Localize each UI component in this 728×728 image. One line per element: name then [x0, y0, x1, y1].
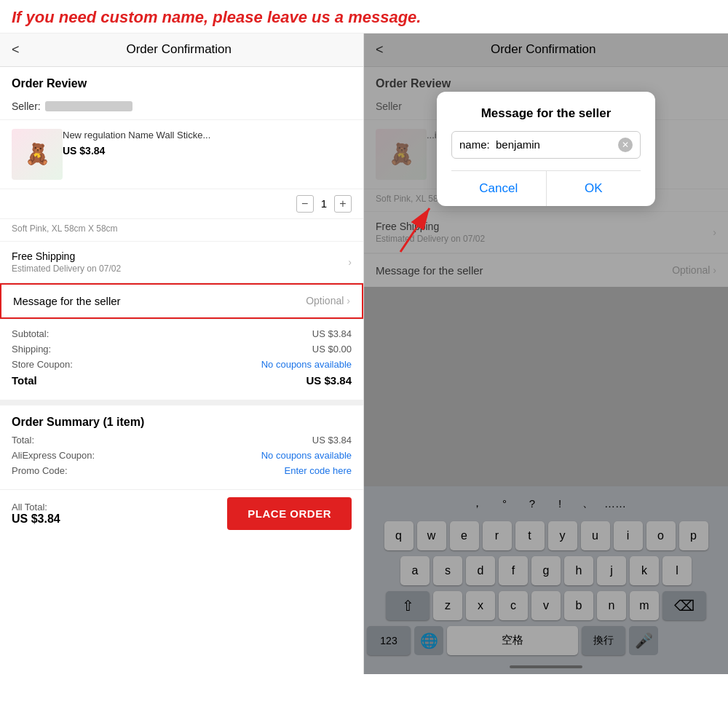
right-panel-inner: < Order Confirmation Order Review Seller…: [364, 33, 728, 674]
seller-label: Seller:: [12, 100, 41, 112]
order-review-heading: Order Review: [0, 67, 363, 96]
dialog-message-input[interactable]: [459, 138, 618, 151]
svg-line-1: [400, 208, 430, 252]
shipping-cost-label: Shipping:: [12, 344, 51, 355]
dialog-ok-button[interactable]: OK: [547, 171, 641, 206]
summary-pricing: Total: US $3.84 AliExpress Coupon: No co…: [0, 435, 363, 489]
subtotal-value: US $3.84: [312, 328, 352, 339]
product-info: New regulation Name Wall Sticke... US $3…: [63, 129, 352, 157]
product-image: 🧸: [12, 129, 63, 180]
place-order-button[interactable]: PLACE ORDER: [227, 497, 352, 530]
seller-row: Seller:: [0, 96, 363, 120]
all-total-label: All Total:: [12, 502, 60, 513]
product-row: 🧸 New regulation Name Wall Sticke... US …: [0, 120, 363, 189]
left-back-button[interactable]: <: [12, 42, 20, 58]
aliexpress-coupon-label: AliExpress Coupon:: [12, 450, 95, 461]
qty-minus-button[interactable]: −: [296, 195, 314, 213]
summary-total-row: Total: US $3.84: [12, 435, 352, 446]
all-total-amount: US $3.84: [12, 513, 60, 526]
summary-total-value: US $3.84: [312, 435, 352, 446]
top-banner: If you need custom name, please leave us…: [0, 0, 728, 33]
pricing-section: Subtotal: US $3.84 Shipping: US $0.00 St…: [0, 319, 363, 400]
left-panel: < Order Confirmation Order Review Seller…: [0, 33, 364, 674]
shipping-label: Free Shipping: [12, 250, 121, 262]
shipping-row[interactable]: Free Shipping Estimated Delivery on 07/0…: [0, 242, 363, 283]
aliexpress-coupon-row: AliExpress Coupon: No coupons available: [12, 450, 352, 461]
product-price: US $3.84: [63, 145, 352, 157]
total-value: US $3.84: [306, 374, 352, 387]
dialog-title: Message for the seller: [451, 106, 641, 121]
shipping-chevron-icon: ›: [348, 256, 352, 268]
left-title: Order Confirmation: [28, 42, 330, 57]
message-for-seller-row[interactable]: Message for the seller Optional ›: [0, 283, 363, 319]
dialog-actions: Cancel OK: [451, 170, 641, 206]
banner-text: If you need custom name, please leave us…: [12, 7, 716, 28]
message-dialog: Message for the seller ✕ Cancel OK: [437, 92, 655, 206]
promo-row: Promo Code: Enter code here: [12, 465, 352, 476]
qty-value: 1: [321, 197, 327, 210]
dialog-clear-button[interactable]: ✕: [618, 138, 633, 152]
product-name: New regulation Name Wall Sticke...: [63, 129, 352, 142]
total-label: Total: [12, 374, 37, 387]
promo-label: Promo Code:: [12, 465, 68, 476]
promo-value: Enter code here: [284, 465, 352, 476]
qty-plus-button[interactable]: +: [334, 195, 352, 213]
subtotal-row: Subtotal: US $3.84: [12, 328, 352, 339]
aliexpress-coupon-value: No coupons available: [261, 450, 352, 461]
total-row: Total US $3.84: [12, 374, 352, 387]
shipping-info: Free Shipping Estimated Delivery on 07/0…: [12, 250, 121, 274]
left-header: < Order Confirmation: [0, 33, 363, 67]
dialog-cancel-button[interactable]: Cancel: [451, 171, 547, 206]
right-panel: < Order Confirmation Order Review Seller…: [364, 33, 728, 674]
dialog-input-row[interactable]: ✕: [451, 131, 641, 159]
all-total-info: All Total: US $3.84: [12, 502, 60, 526]
coupon-value: No coupons available: [261, 359, 352, 370]
qty-row: − 1 +: [0, 189, 363, 219]
summary-total-label: Total:: [12, 435, 34, 446]
shipping-sub: Estimated Delivery on 07/02: [12, 264, 121, 274]
dialog-overlay: Message for the seller ✕ Cancel OK: [364, 33, 728, 674]
place-order-bar: All Total: US $3.84 PLACE ORDER: [0, 489, 363, 540]
shipping-cost-row: Shipping: US $0.00: [12, 344, 352, 355]
coupon-label: Store Coupon:: [12, 359, 73, 370]
variant-row: Soft Pink, XL 58cm X 58cm: [0, 219, 363, 242]
message-chevron-icon: ›: [347, 295, 350, 306]
subtotal-label: Subtotal:: [12, 328, 49, 339]
message-label: Message for the seller: [13, 295, 121, 307]
message-right: Optional ›: [306, 295, 350, 306]
order-summary-heading: Order Summary (1 item): [0, 400, 363, 435]
coupon-row: Store Coupon: No coupons available: [12, 359, 352, 370]
seller-name-blur: [45, 101, 132, 111]
message-optional: Optional: [306, 295, 344, 306]
shipping-cost-value: US $0.00: [312, 344, 352, 355]
